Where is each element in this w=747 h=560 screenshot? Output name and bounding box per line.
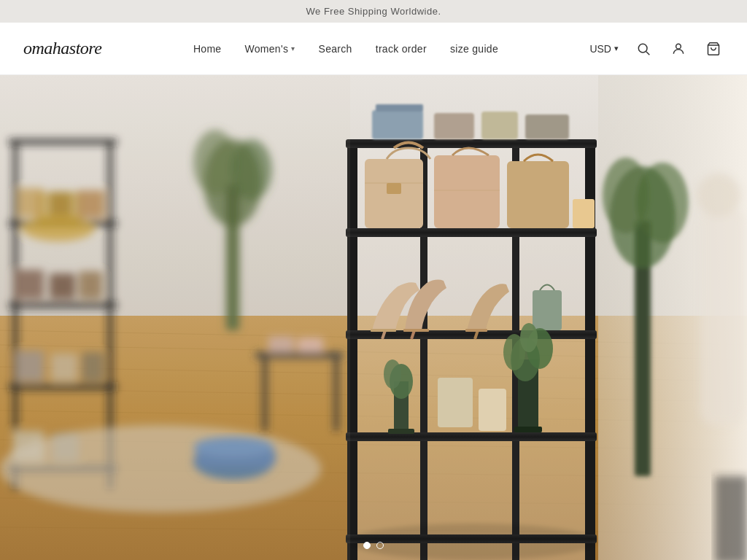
nav-home[interactable]: Home	[193, 43, 222, 55]
svg-point-93	[636, 163, 689, 243]
svg-rect-61	[481, 112, 518, 139]
cart-button[interactable]	[703, 39, 724, 59]
svg-rect-54	[346, 228, 597, 237]
nav-actions: USD ▾	[589, 39, 724, 59]
cart-icon	[706, 42, 721, 56]
svg-rect-76	[533, 290, 562, 330]
carousel-dot-1[interactable]	[363, 542, 371, 549]
account-icon	[671, 42, 686, 56]
search-button[interactable]	[633, 39, 654, 59]
svg-rect-72	[371, 329, 396, 332]
svg-rect-58	[372, 110, 423, 139]
svg-rect-73	[403, 329, 429, 332]
main-nav: Home Women's ▾ Search track order size g…	[193, 43, 498, 55]
announcement-text: We Free Shipping Worldwide.	[306, 6, 441, 17]
nav-size-guide[interactable]: size guide	[450, 43, 498, 55]
nav-search[interactable]: Search	[319, 43, 352, 55]
svg-rect-69	[573, 199, 595, 228]
svg-rect-60	[434, 113, 474, 139]
svg-rect-68	[507, 161, 569, 228]
svg-point-95	[697, 174, 740, 217]
carousel-dots	[363, 542, 384, 549]
svg-rect-59	[376, 104, 423, 112]
svg-rect-62	[525, 114, 569, 139]
hero-section	[0, 75, 747, 560]
search-icon	[636, 42, 651, 56]
svg-rect-84	[388, 429, 414, 434]
svg-rect-65	[387, 183, 401, 194]
svg-rect-53	[346, 139, 597, 148]
svg-point-82	[520, 323, 538, 352]
svg-point-0	[638, 44, 647, 52]
chevron-down-icon: ▾	[614, 44, 619, 53]
nav-track-order[interactable]: track order	[376, 43, 427, 55]
svg-point-97	[349, 524, 597, 560]
currency-selector[interactable]: USD ▾	[589, 43, 619, 55]
svg-rect-75	[465, 329, 487, 332]
svg-point-2	[676, 44, 681, 49]
svg-rect-96	[715, 476, 747, 560]
svg-line-1	[646, 51, 650, 55]
header: omahastore Home Women's ▾ Search track o…	[0, 23, 747, 75]
announcement-bar: We Free Shipping Worldwide.	[0, 0, 747, 23]
chevron-down-icon: ▾	[291, 44, 295, 52]
svg-point-86	[384, 359, 401, 389]
svg-rect-87	[438, 378, 473, 427]
svg-rect-56	[346, 432, 597, 441]
svg-rect-98	[0, 75, 350, 560]
logo[interactable]: omahastore	[23, 39, 101, 58]
hero-image	[0, 75, 747, 560]
svg-rect-88	[479, 389, 506, 431]
svg-rect-66	[434, 155, 500, 228]
account-button[interactable]	[668, 39, 689, 59]
carousel-dot-2[interactable]	[376, 542, 384, 549]
svg-rect-94	[700, 206, 744, 425]
svg-rect-78	[514, 427, 542, 432]
nav-womens[interactable]: Women's ▾	[244, 43, 295, 55]
